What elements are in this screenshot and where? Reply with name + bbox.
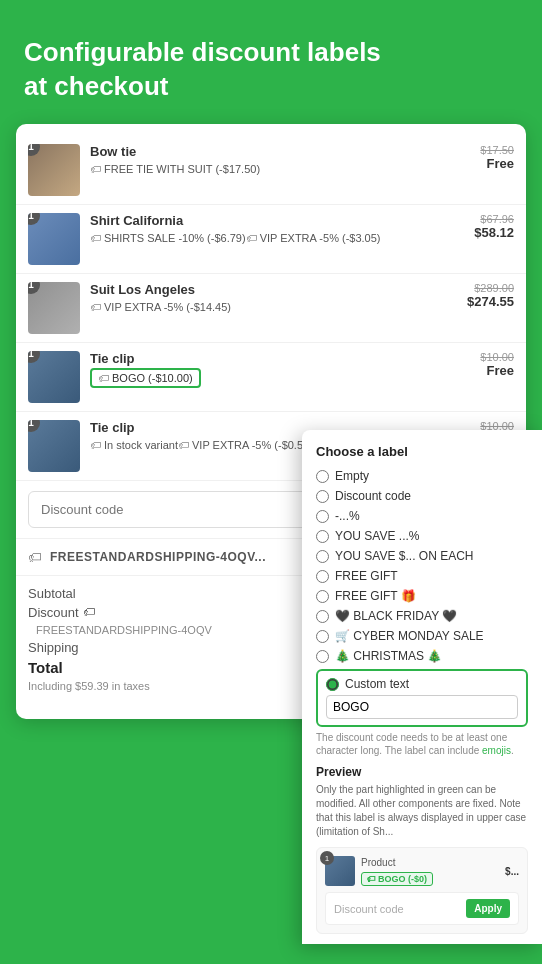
product-name: Tie clip — [90, 351, 472, 366]
radio-label-cyber-monday: 🛒 CYBER MONDAY SALE — [335, 629, 484, 643]
radio-label-black-friday: 🖤 BLACK FRIDAY 🖤 — [335, 609, 457, 623]
preview-card: 1 Product 🏷 BOGO (-$0) $... Discount cod… — [316, 847, 528, 934]
radio-option-black-friday: 🖤 BLACK FRIDAY 🖤 — [316, 609, 528, 623]
price-column: $10.00 Free — [472, 351, 514, 378]
radio-discount-code[interactable] — [316, 490, 329, 503]
product-image: 1 — [28, 420, 80, 472]
radio-label-free-gift-emoji: FREE GIFT 🎁 — [335, 589, 416, 603]
discount-tag-1: 🏷 FREE TIE WITH SUIT (-$17.50) — [90, 163, 260, 175]
radio-percent[interactable] — [316, 510, 329, 523]
preview-price: $... — [505, 866, 519, 877]
preview-product-info: Product 🏷 BOGO (-$0) — [355, 857, 505, 886]
radio-you-save-percent[interactable] — [316, 530, 329, 543]
product-name: Suit Los Angeles — [90, 282, 459, 297]
price-original: $67.96 — [474, 213, 514, 225]
custom-text-radio[interactable] — [326, 678, 339, 691]
product-info: Shirt California 🏷 SHIRTS SALE -10% (-$6… — [80, 213, 466, 246]
custom-text-radio-row: Custom text — [326, 677, 518, 691]
radio-option-you-save-dollar: YOU SAVE $... ON EACH — [316, 549, 528, 563]
preview-product-img: 1 — [325, 856, 355, 886]
custom-text-box: Custom text — [316, 669, 528, 727]
discount-code-label: FREESTANDARDSHIPPING-4OQV — [28, 624, 212, 636]
preview-section: Preview Only the part highlighted in gre… — [316, 765, 528, 934]
product-image: 1 — [28, 213, 80, 265]
discount-tag-1: 🏷 SHIRTS SALE -10% (-$6.79) — [90, 232, 246, 244]
radio-label-empty: Empty — [335, 469, 369, 483]
price-column: $67.96 $58.12 — [466, 213, 514, 240]
header: Configurable discount labels at checkout — [0, 0, 542, 124]
radio-empty[interactable] — [316, 470, 329, 483]
product-image: 1 — [28, 351, 80, 403]
custom-text-label: Custom text — [345, 677, 409, 691]
radio-option-discount-code: Discount code — [316, 489, 528, 503]
radio-christmas[interactable] — [316, 650, 329, 663]
product-info: Suit Los Angeles 🏷 VIP EXTRA -5% (-$14.4… — [80, 282, 459, 315]
discount-tag-bogo: 🏷 BOGO (-$10.00) — [90, 368, 201, 388]
custom-text-input[interactable] — [326, 695, 518, 719]
product-row: 1 Bow tie 🏷 FREE TIE WITH SUIT (-$17.50)… — [16, 136, 526, 205]
preview-product-row: 1 Product 🏷 BOGO (-$0) $... — [325, 856, 519, 886]
qty-badge: 1 — [28, 282, 40, 294]
price-original: $289.00 — [467, 282, 514, 294]
radio-label-you-save-dollar: YOU SAVE $... ON EACH — [335, 549, 473, 563]
radio-option-free-gift: FREE GIFT — [316, 569, 528, 583]
subtotal-label: Subtotal — [28, 586, 76, 601]
label-popup: Choose a label Empty Discount code -...%… — [302, 430, 542, 944]
radio-option-free-gift-emoji: FREE GIFT 🎁 — [316, 589, 528, 603]
price-final: $58.12 — [474, 225, 514, 240]
price-original: $10.00 — [480, 351, 514, 363]
product-image: 1 — [28, 144, 80, 196]
coupon-icon: 🏷 — [28, 549, 42, 565]
shipping-label: Shipping — [28, 640, 79, 655]
product-row: 1 Shirt California 🏷 SHIRTS SALE -10% (-… — [16, 205, 526, 274]
preview-qty-badge: 1 — [320, 851, 334, 865]
price-column: $289.00 $274.55 — [459, 282, 514, 309]
radio-options-container: Empty Discount code -...% YOU SAVE ...% … — [316, 469, 528, 663]
radio-label-you-save-percent: YOU SAVE ...% — [335, 529, 419, 543]
total-sub-text: Including $59.39 in taxes — [28, 680, 150, 692]
coupon-code: FREESTANDARDSHIPPING-4OQV... — [50, 550, 266, 564]
price-final: Free — [480, 156, 514, 171]
popup-title: Choose a label — [316, 444, 528, 459]
validation-message: The discount code needs to be at least o… — [316, 731, 528, 757]
emojis-link[interactable]: emojis — [482, 745, 511, 756]
qty-badge: 1 — [28, 213, 40, 225]
preview-discount-row: Discount code Apply — [325, 892, 519, 925]
product-info: Tie clip 🏷 BOGO (-$10.00) — [80, 351, 472, 388]
discount-tag-1: 🏷 In stock variant — [90, 439, 178, 451]
product-name: Bow tie — [90, 144, 472, 159]
radio-black-friday[interactable] — [316, 610, 329, 623]
price-final: Free — [480, 363, 514, 378]
radio-option-empty: Empty — [316, 469, 528, 483]
radio-free-gift-emoji[interactable] — [316, 590, 329, 603]
product-row: 1 Suit Los Angeles 🏷 VIP EXTRA -5% (-$14… — [16, 274, 526, 343]
product-list: 1 Bow tie 🏷 FREE TIE WITH SUIT (-$17.50)… — [16, 136, 526, 481]
product-image: 1 — [28, 282, 80, 334]
discount-tag-2: 🏷 VIP EXTRA -5% (-$0.5... — [178, 439, 312, 451]
radio-label-christmas: 🎄 CHRISTMAS 🎄 — [335, 649, 442, 663]
radio-you-save-dollar[interactable] — [316, 550, 329, 563]
product-row: 1 Tie clip 🏷 BOGO (-$10.00) $10.00 Free — [16, 343, 526, 412]
preview-apply-button[interactable]: Apply — [466, 899, 510, 918]
radio-free-gift[interactable] — [316, 570, 329, 583]
radio-cyber-monday[interactable] — [316, 630, 329, 643]
product-info: Bow tie 🏷 FREE TIE WITH SUIT (-$17.50) — [80, 144, 472, 177]
price-original: $17.50 — [480, 144, 514, 156]
radio-label-discount-code: Discount code — [335, 489, 411, 503]
price-column: $17.50 Free — [472, 144, 514, 171]
page-title: Configurable discount labels at checkout — [24, 36, 518, 104]
radio-label-percent: -...% — [335, 509, 360, 523]
preview-desc: Only the part highlighted in green can b… — [316, 783, 528, 839]
qty-badge: 1 — [28, 351, 40, 363]
preview-discount-placeholder: Discount code — [334, 903, 404, 915]
radio-option-percent: -...% — [316, 509, 528, 523]
price-final: $274.55 — [467, 294, 514, 309]
total-label: Total Including $59.39 in taxes — [28, 659, 150, 693]
qty-badge: 1 — [28, 420, 40, 432]
preview-product-name: Product — [361, 857, 505, 868]
product-name: Shirt California — [90, 213, 466, 228]
radio-option-cyber-monday: 🛒 CYBER MONDAY SALE — [316, 629, 528, 643]
radio-label-free-gift: FREE GIFT — [335, 569, 398, 583]
preview-title: Preview — [316, 765, 528, 779]
radio-option-you-save-percent: YOU SAVE ...% — [316, 529, 528, 543]
